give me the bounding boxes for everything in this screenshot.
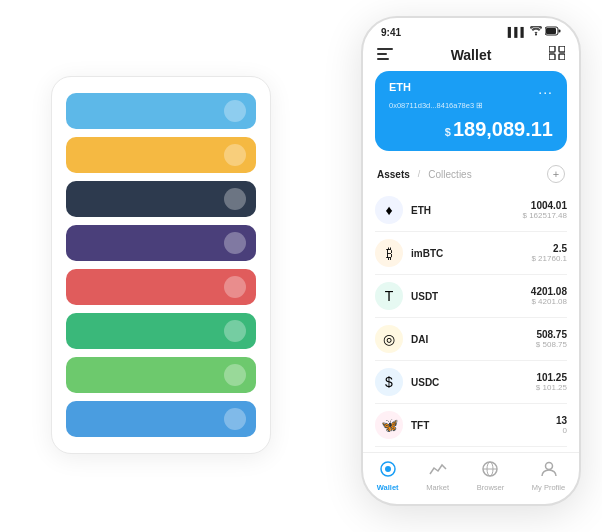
- card-bar-icon: [224, 188, 246, 210]
- svg-rect-6: [377, 58, 389, 60]
- svg-rect-10: [559, 54, 565, 60]
- phone-frame: 9:41 ▌▌▌ Wallet ETH: [361, 16, 581, 506]
- wallet-nav-icon: [379, 461, 397, 481]
- asset-amount-main: 508.75: [536, 329, 567, 340]
- card-bar[interactable]: [66, 313, 256, 349]
- asset-amount-main: 1004.01: [523, 200, 568, 211]
- card-bar[interactable]: [66, 401, 256, 437]
- asset-icon: 🦋: [375, 411, 403, 439]
- asset-amounts: 130: [556, 415, 567, 435]
- asset-amount-usd: $ 508.75: [536, 340, 567, 349]
- nav-profile[interactable]: My Profile: [532, 461, 565, 492]
- nav-market[interactable]: Market: [426, 461, 449, 492]
- card-bar-icon: [224, 364, 246, 386]
- svg-rect-8: [559, 46, 565, 52]
- asset-amounts: 2.5$ 21760.1: [531, 243, 567, 263]
- card-stack: [51, 76, 271, 454]
- svg-rect-5: [377, 53, 387, 55]
- scene: 9:41 ▌▌▌ Wallet ETH: [21, 16, 581, 516]
- asset-name: TFT: [411, 420, 556, 431]
- card-bar[interactable]: [66, 93, 256, 129]
- card-bar[interactable]: [66, 137, 256, 173]
- eth-card-more-button[interactable]: ...: [538, 81, 553, 97]
- eth-card-address: 0x08711d3d...8416a78e3 ⊞: [389, 101, 553, 110]
- svg-rect-4: [377, 48, 393, 50]
- card-bar-icon: [224, 144, 246, 166]
- asset-name: USDC: [411, 377, 536, 388]
- card-bar[interactable]: [66, 269, 256, 305]
- asset-item[interactable]: ◎DAI508.75$ 508.75: [375, 318, 567, 361]
- asset-name: ETH: [411, 205, 523, 216]
- eth-amount-value: 189,089.11: [453, 118, 553, 140]
- menu-icon[interactable]: [377, 47, 393, 63]
- time-display: 9:41: [381, 27, 401, 38]
- status-bar: 9:41 ▌▌▌: [363, 18, 579, 42]
- profile-nav-label: My Profile: [532, 483, 565, 492]
- asset-amount-usd: 0: [556, 426, 567, 435]
- svg-rect-2: [559, 30, 561, 33]
- svg-rect-9: [549, 54, 555, 60]
- svg-point-16: [545, 463, 552, 470]
- asset-amount-usd: $ 21760.1: [531, 254, 567, 263]
- card-bar-icon: [224, 276, 246, 298]
- assets-tabs: Assets / Collecties: [377, 169, 472, 180]
- asset-icon: ₿: [375, 239, 403, 267]
- card-bar-icon: [224, 232, 246, 254]
- asset-amount-usd: $ 101.25: [536, 383, 567, 392]
- svg-point-12: [385, 466, 391, 472]
- card-bar-icon: [224, 100, 246, 122]
- eth-card-amount: $189,089.11: [389, 118, 553, 141]
- currency-symbol: $: [445, 126, 451, 138]
- svg-rect-7: [549, 46, 555, 52]
- asset-amount-main: 4201.08: [531, 286, 567, 297]
- asset-icon: $: [375, 368, 403, 396]
- asset-amount-main: 2.5: [531, 243, 567, 254]
- collectibles-tab[interactable]: Collecties: [428, 169, 471, 180]
- market-nav-icon: [429, 461, 447, 481]
- status-icons: ▌▌▌: [508, 26, 561, 38]
- card-bar[interactable]: [66, 357, 256, 393]
- asset-amount-usd: $ 162517.48: [523, 211, 568, 220]
- tab-divider: /: [418, 169, 421, 179]
- wifi-icon: [530, 26, 542, 38]
- asset-item[interactable]: $USDC101.25$ 101.25: [375, 361, 567, 404]
- card-bar-icon: [224, 408, 246, 430]
- battery-icon: [545, 26, 561, 38]
- asset-item[interactable]: 🦋TFT130: [375, 404, 567, 447]
- asset-item[interactable]: ♦ETH1004.01$ 162517.48: [375, 189, 567, 232]
- add-asset-button[interactable]: +: [547, 165, 565, 183]
- svg-point-0: [535, 34, 537, 36]
- asset-list: ♦ETH1004.01$ 162517.48₿imBTC2.5$ 21760.1…: [363, 189, 579, 452]
- asset-amounts: 101.25$ 101.25: [536, 372, 567, 392]
- asset-item[interactable]: TUSDT4201.08$ 4201.08: [375, 275, 567, 318]
- asset-item[interactable]: ₿imBTC2.5$ 21760.1: [375, 232, 567, 275]
- asset-name: imBTC: [411, 248, 531, 259]
- header-title: Wallet: [451, 47, 492, 63]
- asset-amount-main: 13: [556, 415, 567, 426]
- signal-icon: ▌▌▌: [508, 27, 527, 37]
- asset-amounts: 1004.01$ 162517.48: [523, 200, 568, 220]
- assets-tab[interactable]: Assets: [377, 169, 410, 180]
- browser-nav-label: Browser: [477, 483, 505, 492]
- asset-name: DAI: [411, 334, 536, 345]
- bottom-nav: Wallet Market Browser My Profile: [363, 452, 579, 504]
- eth-card-top: ETH ...: [389, 81, 553, 97]
- asset-name: USDT: [411, 291, 531, 302]
- svg-rect-3: [546, 28, 556, 34]
- expand-icon[interactable]: [549, 46, 565, 63]
- asset-amounts: 4201.08$ 4201.08: [531, 286, 567, 306]
- nav-browser[interactable]: Browser: [477, 461, 505, 492]
- asset-amount-usd: $ 4201.08: [531, 297, 567, 306]
- asset-amounts: 508.75$ 508.75: [536, 329, 567, 349]
- asset-icon: ♦: [375, 196, 403, 224]
- profile-nav-icon: [540, 461, 558, 481]
- market-nav-label: Market: [426, 483, 449, 492]
- eth-card-label: ETH: [389, 81, 411, 93]
- browser-nav-icon: [481, 461, 499, 481]
- eth-card[interactable]: ETH ... 0x08711d3d...8416a78e3 ⊞ $189,08…: [375, 71, 567, 151]
- asset-icon: T: [375, 282, 403, 310]
- nav-wallet[interactable]: Wallet: [377, 461, 399, 492]
- card-bar[interactable]: [66, 181, 256, 217]
- card-bar[interactable]: [66, 225, 256, 261]
- wallet-nav-label: Wallet: [377, 483, 399, 492]
